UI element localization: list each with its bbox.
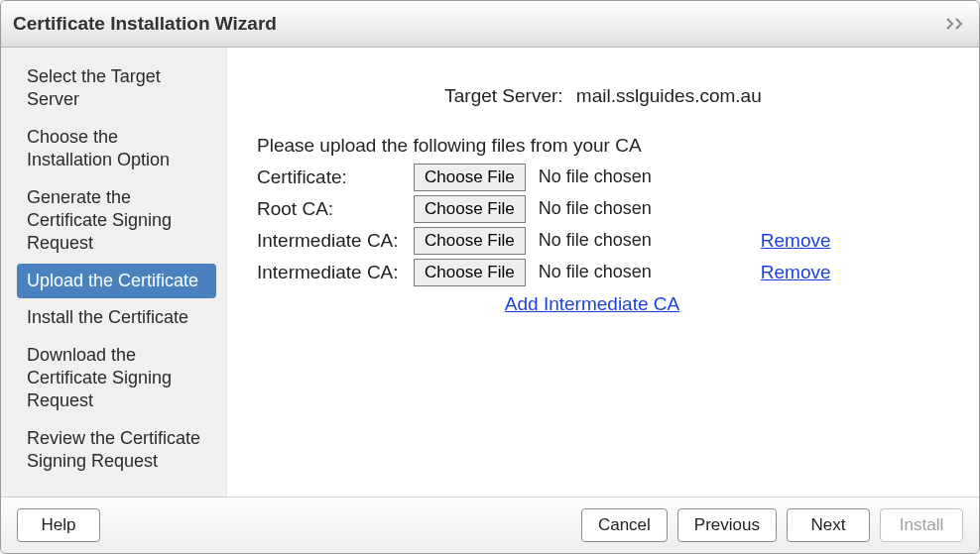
footer-bar: Help Cancel Previous Next Install — [1, 497, 979, 553]
label-root-ca: Root CA: — [257, 194, 414, 224]
row-root-ca: Root CA: Choose File No file chosen — [257, 194, 831, 224]
help-button[interactable]: Help — [17, 508, 100, 542]
choose-file-intermediate-ca-2[interactable]: Choose File — [414, 259, 526, 286]
titlebar: Certificate Installation Wizard — [1, 1, 979, 48]
label-intermediate-ca-2: Intermediate CA: — [257, 258, 414, 287]
next-button[interactable]: Next — [787, 508, 870, 542]
step-select-target-server[interactable]: Select the Target Server — [17, 59, 216, 118]
cancel-button[interactable]: Cancel — [581, 508, 668, 542]
target-server-label: Target Server: — [444, 85, 562, 107]
step-review-csr[interactable]: Review the Certificate Signing Request — [17, 421, 216, 480]
row-certificate: Certificate: Choose File No file chosen — [257, 163, 831, 192]
step-choose-install-option[interactable]: Choose the Installation Option — [17, 120, 216, 178]
main-panel: Target Server: mail.sslguides.com.au Ple… — [227, 48, 979, 497]
install-button: Install — [880, 508, 963, 542]
expand-icon[interactable] — [945, 17, 967, 31]
choose-file-root-ca[interactable]: Choose File — [414, 195, 526, 223]
choose-file-certificate[interactable]: Choose File — [414, 164, 526, 191]
wizard-steps-sidebar: Select the Target Server Choose the Inst… — [1, 48, 227, 497]
previous-button[interactable]: Previous — [677, 508, 777, 542]
step-upload-certificate[interactable]: Upload the Certificate — [17, 264, 216, 298]
upload-table: Certificate: Choose File No file chosen … — [257, 161, 831, 289]
status-root-ca: No file chosen — [539, 198, 652, 218]
step-install-certificate[interactable]: Install the Certificate — [17, 300, 216, 335]
add-intermediate-ca-link[interactable]: Add Intermediate CA — [505, 293, 679, 314]
choose-file-intermediate-ca-1[interactable]: Choose File — [414, 227, 526, 255]
status-intermediate-ca-2: No file chosen — [539, 262, 652, 281]
remove-intermediate-ca-2[interactable]: Remove — [761, 262, 831, 282]
status-certificate: No file chosen — [539, 166, 652, 186]
remove-intermediate-ca-1[interactable]: Remove — [761, 230, 831, 251]
label-certificate: Certificate: — [257, 163, 414, 192]
upload-instruction: Please upload the following files from y… — [257, 135, 949, 157]
row-intermediate-ca-2: Intermediate CA: Choose File No file cho… — [257, 258, 831, 287]
status-intermediate-ca-1: No file chosen — [539, 230, 652, 250]
window-title: Certificate Installation Wizard — [13, 13, 945, 35]
target-server-value: mail.sslguides.com.au — [576, 85, 762, 106]
step-download-csr[interactable]: Download the Certificate Signing Request — [17, 338, 216, 419]
label-intermediate-ca-1: Intermediate CA: — [257, 226, 414, 256]
wizard-window: Certificate Installation Wizard Select t… — [0, 0, 980, 554]
target-server-line: Target Server: mail.sslguides.com.au — [257, 85, 949, 107]
step-generate-csr[interactable]: Generate the Certificate Signing Request — [17, 180, 216, 262]
row-intermediate-ca-1: Intermediate CA: Choose File No file cho… — [257, 226, 831, 256]
